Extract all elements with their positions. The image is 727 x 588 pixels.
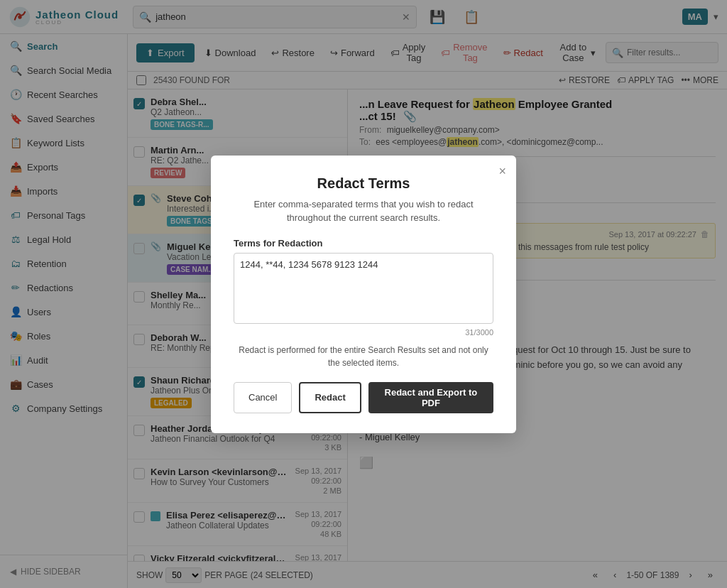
modal-description: Enter comma-separated terms that you wis… xyxy=(234,197,493,225)
modal-title: Redact Terms xyxy=(234,175,493,192)
terms-label: Terms for Redaction xyxy=(234,238,493,249)
terms-textarea[interactable]: 1244, **44, 1234 5678 9123 1244 xyxy=(234,253,493,324)
char-count: 31/3000 xyxy=(234,328,493,337)
redact-terms-modal: × Redact Terms Enter comma-separated ter… xyxy=(211,156,516,433)
modal-actions: Cancel Redact Redact and Export to PDF xyxy=(234,382,493,413)
redact-export-button[interactable]: Redact and Export to PDF xyxy=(368,382,493,413)
redact-button[interactable]: Redact xyxy=(299,382,361,413)
cancel-button[interactable]: Cancel xyxy=(234,382,292,413)
modal-overlay[interactable]: × Redact Terms Enter comma-separated ter… xyxy=(0,0,727,588)
modal-close-button[interactable]: × xyxy=(498,164,506,179)
modal-note: Redact is performed for the entire Searc… xyxy=(234,344,493,369)
